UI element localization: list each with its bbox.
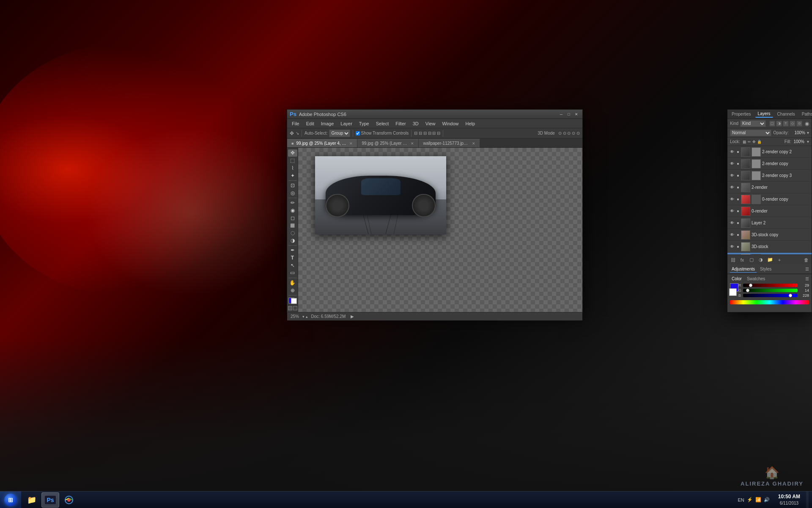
eraser-tool[interactable]: ◻ <box>288 214 297 221</box>
tab-properties[interactable]: Properties <box>729 111 754 117</box>
tab-2[interactable]: 99.jpg @ 25% (Layer 0, RGB/... ✕ <box>357 139 419 147</box>
brush-tool[interactable]: ✏ <box>288 199 297 207</box>
pixel-filter-icon[interactable]: ▢ <box>769 121 775 127</box>
taskbar-chrome[interactable] <box>60 492 78 508</box>
blur-tool[interactable]: ◌ <box>288 229 297 237</box>
auto-select-dropdown[interactable]: Group Layer <box>329 130 350 137</box>
menu-window[interactable]: Window <box>439 120 461 127</box>
color-tab[interactable]: Color <box>730 276 743 282</box>
stamp-tool[interactable]: ◉ <box>288 207 297 214</box>
layer-item-5[interactable]: 👁 0-render <box>727 205 812 217</box>
link-layers-btn[interactable]: ⛓ <box>729 257 737 263</box>
quick-mask-icon[interactable] <box>288 306 292 310</box>
add-mask-btn[interactable]: ▢ <box>748 257 755 263</box>
maximize-button[interactable]: □ <box>565 111 572 117</box>
smart-filter-icon[interactable]: ⊙ <box>796 121 802 127</box>
layer-item-3[interactable]: 👁 2-render <box>727 182 812 193</box>
tab-2-close[interactable]: ✕ <box>411 141 414 146</box>
canvas-area[interactable] <box>298 148 582 312</box>
text-tool[interactable]: T <box>288 254 297 262</box>
add-style-btn[interactable]: fx <box>738 257 746 263</box>
red-slider[interactable] <box>743 284 798 287</box>
layer-2-visibility[interactable]: 👁 <box>729 173 735 179</box>
adj-panel-menu[interactable]: ☰ <box>805 267 809 271</box>
blue-slider[interactable] <box>743 294 798 297</box>
layer-0-visibility[interactable]: 👁 <box>729 149 735 155</box>
layer-7-visibility[interactable]: 👁 <box>729 232 735 238</box>
shape-tool[interactable]: ▭ <box>288 269 297 276</box>
menu-select[interactable]: Select <box>373 120 392 127</box>
layer-4-visibility[interactable]: 👁 <box>729 196 735 202</box>
screen-mode-icon[interactable] <box>293 306 297 310</box>
layer-1-visibility[interactable]: 👁 <box>729 161 735 167</box>
opacity-arrow[interactable]: ▾ <box>807 130 809 135</box>
menu-help[interactable]: Help <box>463 120 478 127</box>
delete-layer-btn[interactable]: 🗑 <box>802 257 810 263</box>
minimize-button[interactable]: ─ <box>558 111 565 117</box>
hand-tool[interactable]: ✋ <box>288 279 297 287</box>
menu-edit[interactable]: Edit <box>303 120 317 127</box>
adj-filter-icon[interactable]: ◑ <box>776 121 782 127</box>
adjustments-tab[interactable]: Adjustments <box>730 266 757 273</box>
show-transform-checkbox[interactable] <box>356 131 360 135</box>
gradient-tool[interactable]: ▦ <box>288 222 297 229</box>
layer-item-6[interactable]: 👁 Layer 2 <box>727 217 812 229</box>
color-swatches[interactable] <box>730 283 737 296</box>
lasso-tool[interactable]: ⌇ <box>288 164 297 171</box>
swatches-tab[interactable]: Swatches <box>745 276 767 282</box>
move-tool[interactable]: ✥ <box>288 149 297 157</box>
path-select-tool[interactable]: ↖ <box>288 262 297 269</box>
menu-3d[interactable]: 3D <box>410 120 422 127</box>
filter-toggle[interactable]: ◉ <box>805 121 809 127</box>
tab-layers[interactable]: Layers <box>755 110 773 118</box>
new-adj-btn[interactable]: ◑ <box>757 257 765 263</box>
layer-item-8[interactable]: 👁 3D-stock <box>727 241 812 253</box>
crop-tool[interactable]: ⊡ <box>288 182 297 189</box>
layer-item-4[interactable]: 👁 0-render copy <box>727 193 812 205</box>
layer-5-visibility[interactable]: 👁 <box>729 208 735 214</box>
layer-item-1[interactable]: 👁 2-render copy <box>727 158 812 170</box>
shape-filter-icon[interactable]: ◇ <box>790 121 796 127</box>
color-picker[interactable] <box>288 298 297 304</box>
background-swatch[interactable] <box>729 288 737 296</box>
close-button[interactable]: ✕ <box>573 111 580 117</box>
fill-arrow[interactable]: ▾ <box>807 139 809 144</box>
new-group-btn[interactable]: 📁 <box>766 257 774 263</box>
layer-item-0[interactable]: 👁 2-render copy 2 <box>727 146 812 158</box>
move-tool-icon[interactable]: ✥ <box>290 130 294 136</box>
menu-view[interactable]: View <box>422 120 439 127</box>
layer-8-visibility[interactable]: 👁 <box>729 244 735 250</box>
show-transform-label[interactable]: Show Transform Controls <box>356 131 409 135</box>
select-tool[interactable]: ⬚ <box>288 157 297 164</box>
layer-item-7[interactable]: 👁 3D-stock copy <box>727 229 812 241</box>
menu-image[interactable]: Image <box>318 120 337 127</box>
start-button[interactable]: ⊞ <box>0 491 21 508</box>
type-filter-icon[interactable]: T <box>783 121 789 127</box>
green-slider[interactable] <box>743 289 798 292</box>
tab-paths[interactable]: Paths <box>799 111 812 117</box>
zoom-tool[interactable]: ⊕ <box>288 287 297 294</box>
styles-tab[interactable]: Styles <box>758 266 773 272</box>
taskbar-photoshop[interactable]: Ps <box>41 492 59 508</box>
kind-filter-select[interactable]: Kind Name Effect Mode Attribute Color <box>740 120 766 127</box>
menu-type[interactable]: Type <box>356 120 372 127</box>
lock-position-icon[interactable]: ✥ <box>752 140 756 144</box>
pen-tool[interactable]: ✒ <box>288 247 297 254</box>
tab-3[interactable]: wallpaper-1125773.jpg @ 25... ✕ <box>419 139 480 147</box>
layer-item-2[interactable]: 👁 2-render copy 3 <box>727 170 812 182</box>
lock-transparent-icon[interactable]: ▦ <box>743 140 746 144</box>
tab-1[interactable]: ■ 99.jpg @ 25% (Layer 4, RGB/8*) ✕ <box>287 139 357 147</box>
tab-3-close[interactable]: ✕ <box>472 141 475 146</box>
eyedrop-tool[interactable]: ◎ <box>288 189 297 196</box>
arrow-tool-icon[interactable]: ↘ <box>296 131 299 135</box>
show-desktop-btn[interactable] <box>806 491 809 508</box>
tab-channels[interactable]: Channels <box>775 111 798 117</box>
taskbar-explorer[interactable]: 📁 <box>23 492 41 508</box>
layer-6-visibility[interactable]: 👁 <box>729 220 735 226</box>
clock-area[interactable]: 10:50 AM 6/11/2013 <box>775 494 804 506</box>
menu-layer[interactable]: Layer <box>337 120 355 127</box>
layer-3-visibility[interactable]: 👁 <box>729 185 735 190</box>
new-layer-btn[interactable]: + <box>776 257 783 263</box>
menu-file[interactable]: File <box>289 120 302 127</box>
menu-filter[interactable]: Filter <box>392 120 409 127</box>
